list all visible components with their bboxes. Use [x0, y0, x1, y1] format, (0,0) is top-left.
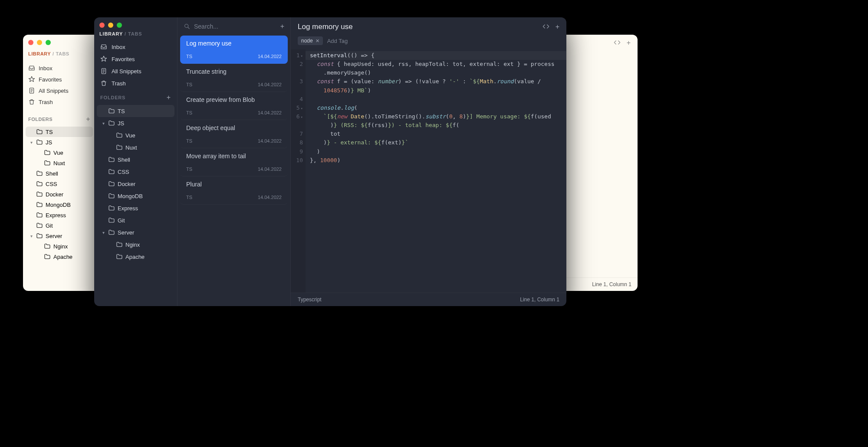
folder-icon: [44, 243, 51, 250]
snippet-meta: TS14.04.2022: [186, 138, 282, 144]
code-icon[interactable]: [614, 39, 621, 46]
folder-label: Shell: [118, 157, 130, 163]
folder-shell[interactable]: Shell: [26, 168, 93, 179]
snippet-title: Create preview from Blob: [186, 96, 282, 103]
code-line: )} (RSS: ${f(rss)}) - total heap: ${f(: [306, 121, 566, 130]
folder-express[interactable]: Express: [26, 210, 93, 220]
code-lines[interactable]: setInterval(() => { const { heapUsed: us…: [306, 49, 566, 293]
snippet-date: 14.04.2022: [258, 54, 282, 59]
folder-icon: [108, 229, 115, 236]
folder-ts[interactable]: TS: [26, 127, 93, 137]
folder-tree: TS▾JSVueNuxtShellCSSDockerMongoDBExpress…: [94, 105, 177, 263]
nav-label: All Snippets: [39, 88, 69, 94]
add-button[interactable]: +: [556, 23, 559, 31]
folder-nginx[interactable]: Nginx: [26, 241, 93, 251]
folder-shell[interactable]: Shell: [97, 153, 174, 166]
folder-label: MongoDB: [118, 193, 143, 199]
add-tag-button[interactable]: Add Tag: [327, 38, 348, 44]
folder-docker[interactable]: Docker: [26, 189, 93, 199]
folder-js[interactable]: ▾JS: [97, 117, 174, 129]
search-input[interactable]: [194, 23, 276, 30]
nav-trash[interactable]: Trash: [23, 96, 95, 108]
close-dot[interactable]: [28, 40, 33, 45]
zoom-dot[interactable]: [46, 40, 51, 45]
folder-nuxt[interactable]: Nuxt: [97, 141, 174, 153]
code-line: ): [306, 147, 566, 156]
snippet-item[interactable]: Truncate stringTS14.04.2022: [180, 64, 288, 92]
add-snippet-button[interactable]: +: [280, 23, 284, 30]
folder-label: Nginx: [53, 243, 68, 250]
folder-mongodb[interactable]: MongoDB: [26, 199, 93, 210]
add-button[interactable]: +: [627, 39, 631, 47]
snippet-item[interactable]: PluralTS14.04.2022: [180, 176, 288, 205]
minimize-dot[interactable]: [108, 23, 113, 28]
folder-git[interactable]: Git: [97, 214, 174, 226]
dark-sidebar: LIBRARY / TABS Inbox Favorites All Snipp…: [94, 17, 178, 306]
folders-header: FOLDERS +: [23, 113, 95, 126]
folder-icon: [36, 180, 43, 187]
add-folder-button[interactable]: +: [86, 115, 90, 123]
folder-mongodb[interactable]: MongoDB: [97, 190, 174, 202]
search-box[interactable]: [184, 23, 276, 30]
tag-chip[interactable]: node ✕: [298, 36, 323, 45]
snippet-lang: TS: [186, 54, 192, 59]
nav-all-snippets[interactable]: All Snippets: [94, 65, 177, 77]
nav-favorites[interactable]: Favorites: [94, 53, 177, 65]
code-editor[interactable]: 12345678910 setInterval(() => { const { …: [291, 49, 566, 293]
minimize-dot[interactable]: [37, 40, 42, 45]
star-icon: [100, 55, 107, 62]
snippet-item[interactable]: Create preview from BlobTS14.04.2022: [180, 92, 288, 120]
search-icon: [184, 23, 191, 30]
folder-nuxt[interactable]: Nuxt: [26, 158, 93, 168]
inbox-icon: [100, 43, 107, 50]
folder-server[interactable]: ▾Server: [26, 231, 93, 241]
folder-vue[interactable]: Vue: [97, 129, 174, 141]
folder-server[interactable]: ▾Server: [97, 226, 174, 238]
nav-inbox[interactable]: Inbox: [94, 41, 177, 53]
folder-express[interactable]: Express: [97, 202, 174, 214]
nav-label: Favorites: [112, 56, 135, 62]
editor-column: Log memory use + node ✕ Add Tag 12345678…: [291, 17, 566, 306]
code-line: }, 10000): [306, 156, 566, 165]
folders-header-label: FOLDERS: [100, 95, 125, 100]
folder-label: CSS: [118, 169, 129, 175]
folder-icon: [36, 170, 43, 177]
snippet-item[interactable]: Move array item to tailTS14.04.2022: [180, 148, 288, 176]
editor-statusbar: Typescript Line 1, Column 1: [291, 293, 566, 306]
nav-favorites[interactable]: Favorites: [23, 74, 95, 85]
folder-ts[interactable]: TS: [97, 105, 174, 117]
snippet-meta: TS14.04.2022: [186, 82, 282, 87]
close-dot[interactable]: [99, 23, 105, 28]
remove-tag-icon[interactable]: ✕: [316, 38, 319, 44]
nav-list: Inbox Favorites All Snippets Trash: [94, 41, 177, 89]
nav-inbox[interactable]: Inbox: [23, 62, 95, 74]
trash-icon: [28, 98, 35, 105]
folder-js[interactable]: ▾JS: [26, 137, 93, 147]
breadcrumb-sep: /: [53, 51, 54, 56]
code-icon[interactable]: [542, 23, 549, 30]
language-label: Typescript: [298, 297, 322, 303]
code-line: const f = (value: number) => (!value ? '…: [306, 77, 566, 86]
folder-icon: [36, 212, 43, 219]
nav-trash[interactable]: Trash: [94, 77, 177, 89]
add-folder-button[interactable]: +: [167, 94, 171, 101]
snippet-meta: TS14.04.2022: [186, 110, 282, 115]
folder-css[interactable]: CSS: [26, 179, 93, 189]
folder-css[interactable]: CSS: [97, 166, 174, 178]
nav-all-snippets[interactable]: All Snippets: [23, 85, 95, 96]
folder-apache[interactable]: Apache: [26, 251, 93, 262]
folder-nginx[interactable]: Nginx: [97, 238, 174, 251]
folder-icon: [44, 160, 51, 166]
snippet-item[interactable]: Log memory useTS14.04.2022: [180, 36, 288, 64]
folder-vue[interactable]: Vue: [26, 147, 93, 158]
zoom-dot[interactable]: [117, 23, 122, 28]
nav-label: Trash: [39, 99, 53, 105]
breadcrumb: LIBRARY / TABS: [94, 29, 177, 41]
snippet-item[interactable]: Deep object equalTS14.04.2022: [180, 120, 288, 148]
folder-icon: [36, 201, 43, 208]
folder-git[interactable]: Git: [26, 220, 93, 231]
folder-icon: [36, 191, 43, 198]
snippet-title: Plural: [186, 181, 282, 188]
folder-docker[interactable]: Docker: [97, 178, 174, 190]
folder-apache[interactable]: Apache: [97, 251, 174, 263]
